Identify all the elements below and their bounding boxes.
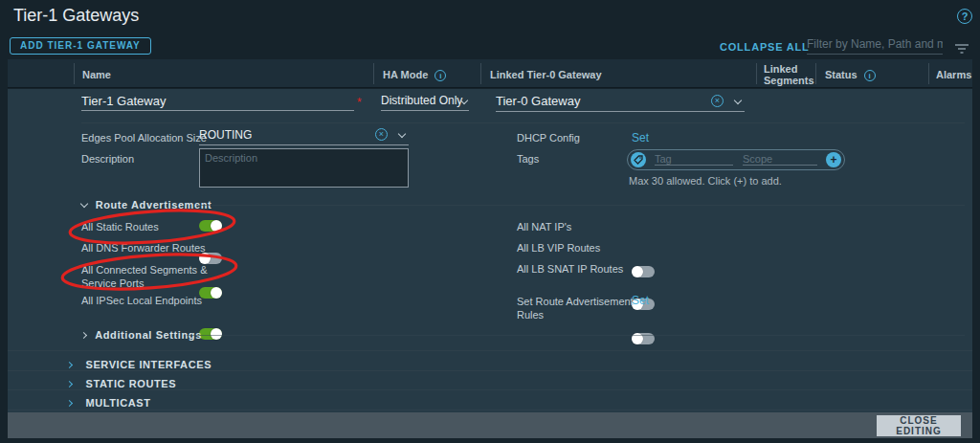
set-rules-line2: Rules [517, 308, 634, 321]
filter-input[interactable] [807, 37, 943, 55]
required-asterisk: * [357, 96, 362, 109]
linked-tier0-dropdown[interactable]: Tier-0 Gateway × [496, 94, 745, 112]
tag-input[interactable] [655, 153, 733, 166]
chevron-down-icon [734, 97, 742, 104]
column-header-linked-tier0[interactable]: Linked Tier-0 Gateway [490, 69, 602, 80]
toggle-label-all-lb-vip-routes: All LB VIP Routes [517, 242, 600, 254]
add-tier1-gateway-button[interactable]: ADD TIER-1 GATEWAY [10, 37, 151, 55]
row-divider [81, 122, 965, 123]
section-divider [8, 410, 972, 410]
ha-mode-value: Distributed Only [381, 94, 462, 107]
gateway-name-input[interactable] [81, 94, 354, 111]
clear-icon[interactable]: × [375, 128, 388, 141]
description-textarea[interactable] [199, 148, 409, 188]
toggle-label-all-dns-forwarder-routes: All DNS Forwarder Routes [81, 242, 206, 254]
column-header-alarms[interactable]: Alarms [936, 69, 971, 80]
set-route-advertisement-rules-label: Set Route Advertisement Rules [517, 295, 634, 321]
chevron-right-icon [66, 381, 73, 388]
toggle-label-all-ipsec-local-endpoints: All IPSec Local Endpoints [81, 295, 202, 306]
clear-icon[interactable]: × [711, 95, 724, 107]
toggle-knob [211, 220, 222, 232]
column-header-linked-segments[interactable]: Linked Segments [764, 63, 814, 86]
edges-pool-label: Edges Pool Allocation Size [81, 132, 207, 144]
route-advertisement-title: Route Advertisement [96, 199, 212, 210]
chevron-right-icon [66, 400, 73, 407]
section-divider [8, 389, 972, 390]
section-label: MULTICAST [85, 397, 150, 409]
toggle-all-connected-segments[interactable] [199, 287, 222, 299]
toggle-knob [211, 328, 222, 340]
toggle-label-all-connected-segments: All Connected Segments & Service Ports [81, 263, 207, 290]
section-divider [187, 335, 965, 336]
column-separator [815, 63, 816, 84]
route-advertisement-header[interactable]: Route Advertisement [81, 199, 212, 210]
chevron-right-icon [80, 332, 87, 339]
tier1-gateways-page: Tier-1 Gateways ? ADD TIER-1 GATEWAY COL… [0, 0, 980, 443]
connected-segments-line2: Service Ports [81, 277, 207, 290]
page-title: Tier-1 Gateways [13, 6, 139, 26]
column-header-ha-mode[interactable]: HA Mode i [383, 69, 446, 81]
toggle-all-nat-ips[interactable] [632, 266, 655, 277]
filter-icon[interactable] [954, 41, 969, 58]
tags-input-group: + [627, 149, 845, 170]
additional-settings-header[interactable]: Additional Settings [81, 329, 202, 341]
connected-segments-line1: All Connected Segments & [81, 263, 207, 277]
toggle-label-all-lb-snat-ip-routes: All LB SNAT IP Routes [517, 263, 623, 275]
column-header-name[interactable]: Name [82, 69, 111, 80]
section-divider [8, 370, 972, 371]
toggle-knob [211, 287, 222, 299]
toggle-label-all-nat-ips: All NAT IP's [517, 221, 571, 233]
section-label: SERVICE INTERFACES [85, 359, 212, 370]
scope-input[interactable] [743, 153, 817, 166]
edges-pool-value: ROUTING [199, 128, 252, 142]
ha-mode-info-icon[interactable]: i [434, 70, 446, 81]
chevron-right-icon [66, 362, 73, 368]
ha-mode-dropdown[interactable]: Distributed Only [381, 94, 469, 111]
toggle-knob [632, 266, 643, 277]
edges-pool-dropdown[interactable]: ROUTING × [199, 128, 409, 145]
status-info-icon[interactable]: i [864, 70, 876, 81]
tags-hint: Max 30 allowed. Click (+) to add. [629, 175, 782, 187]
add-tag-button[interactable]: + [826, 152, 841, 167]
close-editing-button[interactable]: CLOSE EDITING [877, 415, 961, 436]
section-label: STATIC ROUTES [85, 378, 176, 389]
chevron-down-icon [398, 130, 406, 138]
chevron-down-icon [80, 200, 88, 208]
tags-label: Tags [517, 153, 539, 165]
dhcp-set-link[interactable]: Set [632, 131, 649, 144]
toggle-all-ipsec-local-endpoints[interactable] [199, 328, 222, 340]
dhcp-config-label: DHCP Config [517, 132, 580, 144]
linked-segments-line1: Linked [764, 63, 814, 75]
column-header-status-label: Status [825, 69, 858, 80]
description-label: Description [81, 153, 134, 165]
collapse-all-link[interactable]: COLLAPSE ALL [720, 41, 810, 53]
column-separator [480, 63, 481, 84]
toggle-label-all-static-routes: All Static Routes [81, 221, 159, 233]
edit-footer-bar [8, 412, 972, 438]
toggle-all-static-routes[interactable] [199, 220, 222, 232]
tag-icon [631, 152, 646, 167]
help-icon[interactable]: ? [957, 9, 972, 24]
set-route-advertisement-rules-link[interactable]: Set [632, 294, 649, 307]
set-rules-line1: Set Route Advertisement [517, 295, 634, 308]
column-separator [373, 63, 374, 84]
column-separator [756, 63, 757, 84]
column-header-status[interactable]: Status i [825, 69, 876, 81]
column-separator [928, 63, 929, 84]
linked-segments-line2: Segments [764, 75, 814, 86]
section-multicast[interactable]: MULTICAST [67, 393, 151, 410]
section-divider [8, 350, 972, 351]
column-separator [74, 63, 75, 84]
section-divider [196, 205, 965, 206]
column-header-ha-mode-label: HA Mode [383, 69, 428, 80]
linked-tier0-value: Tier-0 Gateway [496, 94, 580, 108]
